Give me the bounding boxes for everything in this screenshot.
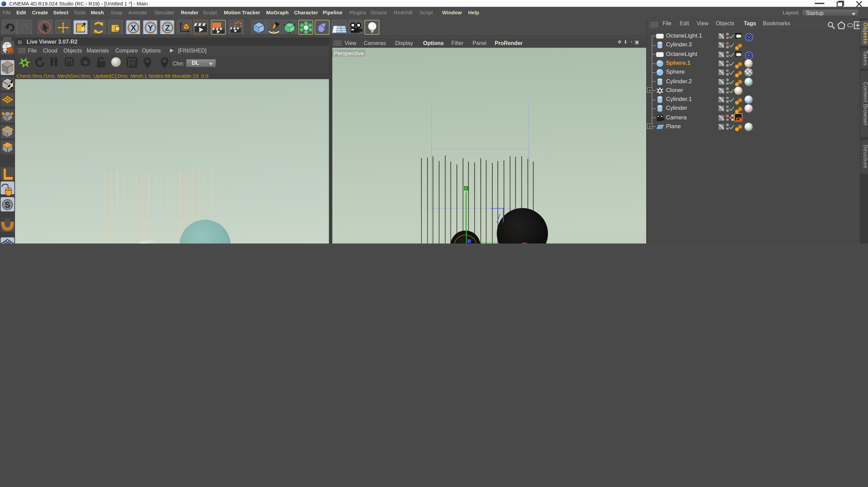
svg-text:Y: Y <box>148 23 153 32</box>
svg-text:S: S <box>5 200 10 209</box>
svg-text:Z: Z <box>165 23 170 32</box>
svg-text:X: X <box>131 23 136 32</box>
